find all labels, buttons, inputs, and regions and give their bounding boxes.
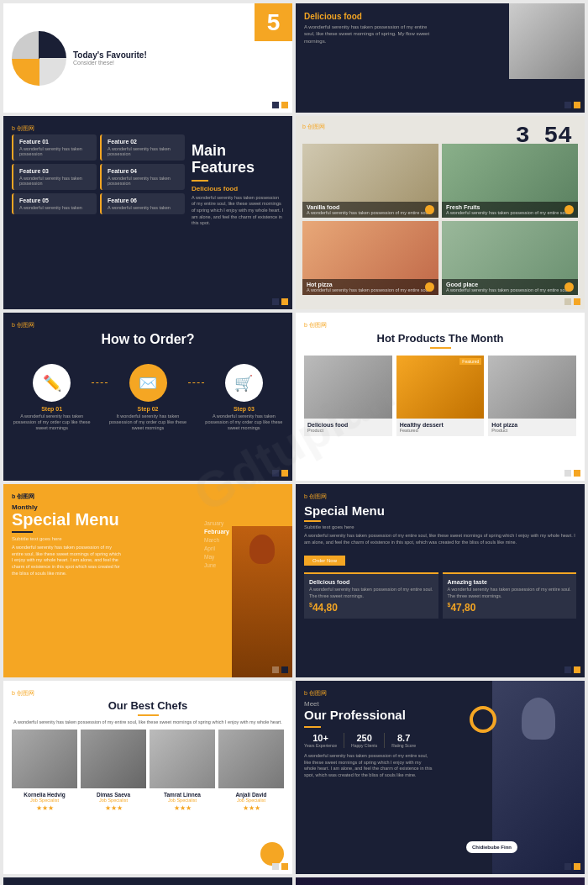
gallery-label-1: Vanilla food A wonderful serenity has ta… <box>302 202 438 218</box>
nav-dot[interactable] <box>272 863 279 870</box>
chef-name-3: Tamrat Linnea <box>150 792 215 798</box>
month-jun: June <box>204 562 229 568</box>
si-text-2: A wonderful serenity has taken possessio… <box>448 587 572 598</box>
feature-card-text-2: A wonderful serenity has taken possessio… <box>108 146 179 156</box>
orange-divider <box>192 180 208 182</box>
special-item-1: Delicious food A wonderful serenity has … <box>304 572 438 618</box>
nav-dot[interactable] <box>272 666 279 673</box>
nav-dot[interactable] <box>272 298 279 305</box>
feature-card-text-6: A wonderful serenity has taken <box>108 205 179 210</box>
month-may: May <box>204 554 229 560</box>
hot-info-3: Hot pizza Product <box>488 419 576 436</box>
slide-special-menu: b 创图网 Special Menu Subtitle text goes he… <box>296 484 585 677</box>
slide-feat-numbers: b 创图网 Feature number 04 A wonderful sere… <box>296 877 585 885</box>
gallery-dot-2 <box>564 205 574 214</box>
nav-dot[interactable] <box>272 470 279 477</box>
nav-dot-active[interactable] <box>281 298 288 305</box>
meet-name-badge: Chidiebube Finn <box>466 841 517 853</box>
slide-features-slide: b 创图网 Features Slide Feature number 01 A… <box>3 877 292 885</box>
nav-dot[interactable] <box>272 102 279 108</box>
hot-label-1: Product <box>307 428 389 433</box>
nav-dot-active[interactable] <box>281 863 288 870</box>
gallery-title-4: Good place <box>446 282 574 287</box>
gallery-text-4: A wonderful serenity has taken possessio… <box>446 287 574 292</box>
step1-icon: ✏️ <box>33 364 71 402</box>
nav-dot[interactable] <box>564 470 571 477</box>
chef-3: Tamrat Linnea Job Specialist ★★★ <box>150 730 215 812</box>
nav-dot-active[interactable] <box>574 863 580 870</box>
nav-dot-active[interactable] <box>574 102 580 108</box>
chef-dots-1: ★★★ <box>12 804 77 812</box>
special-btn[interactable]: Order Now <box>304 556 345 566</box>
nav-dot-active[interactable] <box>281 102 288 108</box>
hot-img-3 <box>488 356 576 419</box>
step3-label: Step 03 <box>204 406 284 412</box>
hot-info-2: Healthy dessert Featured <box>396 419 485 436</box>
nav-dot[interactable] <box>564 666 571 673</box>
monthly-divider <box>12 531 33 533</box>
feature-card-title-1: Feature 01 <box>19 139 91 145</box>
gallery-item-2: Fresh Fruits A wonderful serenity has ta… <box>442 144 578 218</box>
nav-dot-active[interactable] <box>281 666 288 673</box>
hot-img-1 <box>304 356 392 419</box>
gallery-label-3: Hot pizza A wonderful serenity has taken… <box>302 279 438 295</box>
hot-info-1: Delicious food Product <box>304 419 392 436</box>
hot-divider <box>430 347 451 349</box>
chef-img-3 <box>150 730 215 788</box>
stat-1: 10+ Years Experience <box>304 733 337 748</box>
slide-delicious: Delicious food A wonderful serenity has … <box>296 3 585 113</box>
step2-label: Step 02 <box>108 406 187 412</box>
feature-card-4: Feature 04A wonderful serenity has taken… <box>100 164 185 190</box>
nav-dot-active[interactable] <box>574 666 580 673</box>
feature-card-title-3: Feature 03 <box>19 168 91 174</box>
slide-today-favourite: Today's Favourite! Consider these! 5 <box>3 3 292 113</box>
monthly-text: A wonderful serenity has taken possessio… <box>12 545 121 577</box>
hot-label-2: Featured <box>400 428 481 433</box>
hot-logo: b 创图网 <box>304 321 576 329</box>
month-apr: April <box>204 545 229 551</box>
stat2-num: 250 <box>351 733 377 743</box>
chef-dots-2: ★★★ <box>81 804 146 812</box>
chefs-sub: A wonderful serenity has taken possessio… <box>12 719 284 726</box>
chef-name-2: Dimas Saeva <box>81 792 146 798</box>
chef-role-3: Job Specialist <box>150 798 215 803</box>
nav-dot[interactable] <box>564 102 571 108</box>
si-title-1: Delicious food <box>309 579 433 585</box>
feature-card-text-4: A wonderful serenity has taken possessio… <box>108 176 179 186</box>
gallery-text-1: A wonderful serenity has taken possessio… <box>307 210 434 215</box>
month-jan: January <box>204 520 229 526</box>
si-text-1: A wonderful serenity has taken possessio… <box>309 587 433 598</box>
nav-dot[interactable] <box>564 298 571 305</box>
step3-text: A wonderful serenity has taken possessio… <box>204 414 284 431</box>
stat3-num: 8.7 <box>391 733 416 743</box>
nav-dot[interactable] <box>564 863 571 870</box>
chef-orange-dot <box>260 842 284 866</box>
slide-monthly: b 创图网 Monthly Special Menu Subtitle text… <box>3 484 292 677</box>
monthly-person <box>232 526 292 677</box>
feature-card-5: Feature 05A wonderful serenity has taken <box>12 193 97 214</box>
gallery-dot-1 <box>425 205 434 214</box>
month-list: January February March April May June <box>204 518 229 571</box>
meet-text: A wonderful serenity has taken possessio… <box>304 753 434 779</box>
special-logo: b 创图网 <box>304 493 576 501</box>
stat2-label: Happy Clients <box>351 743 377 748</box>
gallery-label-2: Fresh Fruits A wonderful serenity has ta… <box>442 202 578 218</box>
nav-dot-active[interactable] <box>574 298 580 305</box>
feature-card-title-5: Feature 05 <box>19 198 91 203</box>
order-title: How to Order? <box>12 332 284 347</box>
nav-dot-active[interactable] <box>281 470 288 477</box>
month-feb: February <box>204 529 229 535</box>
slide-hot-products: b 创图网 Hot Products The Month Delicious f… <box>296 313 585 481</box>
nav-dot-active[interactable] <box>574 470 580 477</box>
chef-role-2: Job Specialist <box>81 798 146 803</box>
chef-1: Kornelia Hedvig Job Specialist ★★★ <box>12 730 77 812</box>
step-1: ✏️ Step 01 A wonderful serenity has take… <box>12 364 92 431</box>
main-features-title: Main Features <box>192 143 284 176</box>
special-text: A wonderful serenity has taken possessio… <box>304 533 576 545</box>
gallery-title-3: Hot pizza <box>307 282 434 287</box>
si-price-1: $44,80 <box>309 602 433 614</box>
gallery-item-1: Vanilla food A wonderful serenity has ta… <box>302 144 438 218</box>
stat3-label: Rating Score <box>391 743 416 748</box>
feature-card-3: Feature 03A wonderful serenity has taken… <box>12 164 97 190</box>
hot-item-2: Healthy dessert Featured Featured <box>396 356 485 436</box>
